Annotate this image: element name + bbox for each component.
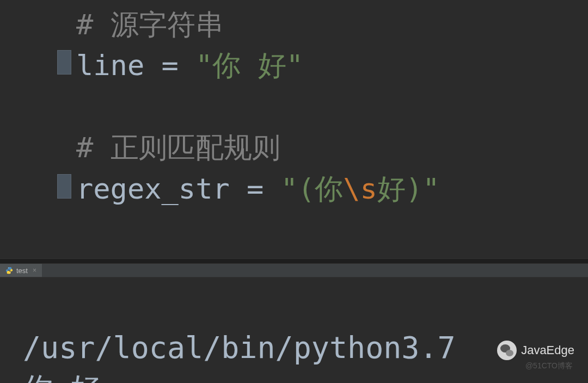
watermark-text: JavaEdge [521, 343, 574, 357]
tab-label: test [16, 267, 28, 275]
gutter-marker [57, 174, 71, 199]
string-quote: " [286, 49, 303, 82]
python-icon [5, 267, 13, 274]
code-line: line = "你 好" [76, 45, 588, 86]
escape-sequence: \s [343, 172, 377, 205]
console-output[interactable]: /usr/local/bin/python3.7 你 好 [0, 277, 588, 383]
string-content: (你 [298, 172, 343, 205]
variable-name: regex_str [76, 172, 230, 205]
string-content: 你 好 [212, 49, 286, 82]
string-content: 好) [377, 172, 422, 205]
code-line: regex_str = "(你\s好)" [76, 169, 588, 209]
gutter-marker [57, 50, 71, 75]
run-tab-test[interactable]: test × [0, 264, 42, 277]
variable-name: line [76, 49, 144, 82]
comment-text: # 源字符串 [76, 8, 224, 41]
string-quote: " [422, 172, 439, 205]
code-editor[interactable]: # 源字符串 line = "你 好" # 正则匹配规则 regex_str =… [0, 0, 588, 258]
panel-separator[interactable] [0, 258, 588, 264]
svg-point-1 [10, 273, 10, 273]
close-icon[interactable]: × [33, 267, 36, 274]
console-line: 你 好 [23, 371, 101, 384]
string-quote: " [281, 172, 298, 205]
operator: = [144, 49, 195, 82]
run-tab-bar: test × [0, 264, 588, 277]
operator: = [230, 172, 281, 205]
wechat-icon [497, 341, 517, 360]
code-line: # 正则匹配规则 [76, 127, 588, 168]
watermark-blog: @51CTO博客 [525, 361, 573, 371]
code-line: # 源字符串 [76, 4, 588, 45]
console-line: /usr/local/bin/python3.7 [23, 330, 456, 365]
watermark-wechat: JavaEdge [497, 341, 574, 360]
comment-text: # 正则匹配规则 [76, 131, 280, 164]
string-quote: " [195, 49, 212, 82]
svg-point-0 [8, 268, 9, 268]
blank-line [76, 87, 588, 127]
